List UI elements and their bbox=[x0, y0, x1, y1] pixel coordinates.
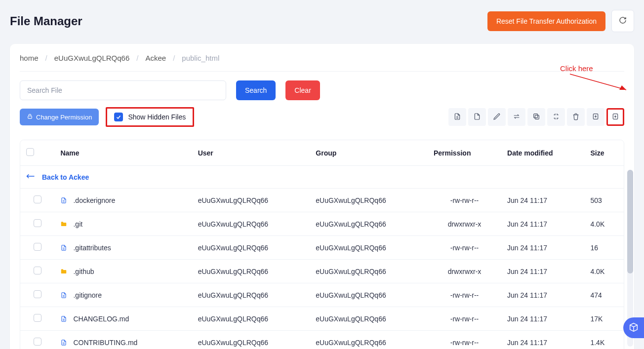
file-size: 16 bbox=[584, 236, 624, 260]
arrow-left-icon bbox=[26, 173, 35, 181]
select-all-checkbox[interactable] bbox=[26, 148, 34, 156]
support-badge[interactable] bbox=[623, 317, 644, 338]
table-row[interactable]: .dockerignore eUuGXwuLgQLRQq66 eUuGXwuLg… bbox=[20, 189, 624, 212]
column-size: Size bbox=[584, 140, 624, 166]
folder-icon bbox=[60, 268, 67, 275]
file-permission: drwxrwxr-x bbox=[428, 212, 501, 236]
file-user: eUuGXwuLgQLRQq66 bbox=[192, 331, 310, 349]
separator-icon: / bbox=[136, 54, 138, 62]
file-size: 474 bbox=[584, 283, 624, 307]
toolbar bbox=[448, 108, 624, 126]
file-icon bbox=[473, 113, 481, 122]
table-row[interactable]: .github eUuGXwuLgQLRQq66 eUuGXwuLgQLRQq6… bbox=[20, 260, 624, 283]
file-size: 503 bbox=[584, 189, 624, 212]
clear-button[interactable]: Clear bbox=[285, 80, 320, 100]
breadcrumb-item[interactable]: Ackee bbox=[145, 54, 166, 62]
file-icon bbox=[60, 196, 67, 204]
breadcrumb-item[interactable]: home bbox=[20, 54, 39, 62]
new-document-button[interactable] bbox=[468, 108, 486, 126]
download-button[interactable] bbox=[587, 108, 604, 126]
file-group: eUuGXwuLgQLRQq66 bbox=[310, 307, 428, 331]
breadcrumb: home / eUuGXwuLgQLRQq66 / Ackee / public… bbox=[20, 54, 624, 72]
compress-button[interactable] bbox=[547, 108, 565, 126]
column-date: Date modified bbox=[501, 140, 584, 166]
edit-button[interactable] bbox=[488, 108, 506, 126]
show-hidden-checkbox[interactable]: Show Hidden Files bbox=[106, 107, 194, 127]
new-file-button[interactable] bbox=[448, 108, 466, 126]
compress-icon bbox=[552, 113, 560, 122]
row-checkbox[interactable] bbox=[34, 267, 41, 274]
file-date: Jun 24 11:17 bbox=[501, 331, 584, 349]
table-row[interactable]: .gitattributes eUuGXwuLgQLRQq66 eUuGXwuL… bbox=[20, 236, 624, 260]
file-permission: -rw-rw-r-- bbox=[428, 283, 501, 307]
file-permission: -rw-rw-r-- bbox=[428, 331, 501, 349]
swap-icon bbox=[513, 113, 521, 122]
delete-button[interactable] bbox=[567, 108, 585, 126]
file-size: 4.0K bbox=[584, 260, 624, 283]
file-icon bbox=[60, 339, 67, 347]
file-text-icon bbox=[453, 113, 461, 122]
row-checkbox[interactable] bbox=[34, 195, 41, 203]
row-checkbox[interactable] bbox=[34, 338, 41, 346]
table-row[interactable]: .git eUuGXwuLgQLRQq66 eUuGXwuLgQLRQq66 d… bbox=[20, 212, 624, 236]
file-name: CONTRIBUTING.md bbox=[73, 339, 137, 347]
breadcrumb-item-current: public_html bbox=[182, 54, 219, 62]
file-user: eUuGXwuLgQLRQq66 bbox=[192, 189, 310, 212]
file-group: eUuGXwuLgQLRQq66 bbox=[310, 236, 428, 260]
row-checkbox[interactable] bbox=[34, 243, 41, 251]
file-user: eUuGXwuLgQLRQq66 bbox=[192, 212, 310, 236]
row-checkbox[interactable] bbox=[34, 314, 41, 322]
file-group: eUuGXwuLgQLRQq66 bbox=[310, 212, 428, 236]
file-icon bbox=[60, 291, 67, 299]
refresh-icon bbox=[619, 16, 627, 26]
download-icon bbox=[592, 113, 600, 122]
column-permission: Permission bbox=[428, 140, 501, 166]
column-user: User bbox=[192, 140, 310, 166]
checkbox-checked-icon bbox=[114, 113, 123, 121]
refresh-button[interactable] bbox=[611, 10, 634, 32]
svg-rect-2 bbox=[534, 114, 538, 117]
file-group: eUuGXwuLgQLRQq66 bbox=[310, 331, 428, 349]
file-user: eUuGXwuLgQLRQq66 bbox=[192, 236, 310, 260]
file-name: .dockerignore bbox=[73, 196, 115, 204]
file-size: 1.4K bbox=[584, 331, 624, 349]
file-name: .gitattributes bbox=[73, 244, 111, 252]
table-row[interactable]: CONTRIBUTING.md eUuGXwuLgQLRQq66 eUuGXwu… bbox=[20, 331, 624, 349]
back-row[interactable]: Back to Ackee bbox=[20, 166, 624, 189]
move-button[interactable] bbox=[508, 108, 525, 126]
file-group: eUuGXwuLgQLRQq66 bbox=[310, 260, 428, 283]
upload-icon bbox=[611, 113, 619, 122]
scrollbar-thumb[interactable] bbox=[627, 170, 633, 273]
breadcrumb-item[interactable]: eUuGXwuLgQLRQq66 bbox=[54, 54, 130, 62]
file-permission: drwxrwxr-x bbox=[428, 260, 501, 283]
file-name: .gitignore bbox=[73, 291, 102, 299]
search-input[interactable] bbox=[20, 80, 226, 100]
table-row[interactable]: .gitignore eUuGXwuLgQLRQq66 eUuGXwuLgQLR… bbox=[20, 283, 624, 307]
file-size: 17K bbox=[584, 307, 624, 331]
file-permission: -rw-rw-r-- bbox=[428, 307, 501, 331]
trash-icon bbox=[572, 113, 580, 122]
file-size: 4.0K bbox=[584, 212, 624, 236]
pencil-icon bbox=[493, 113, 501, 122]
search-button[interactable]: Search bbox=[236, 80, 276, 100]
file-table: Name User Group Permission Date modified… bbox=[20, 140, 624, 349]
file-name: .github bbox=[73, 268, 94, 275]
file-date: Jun 24 11:17 bbox=[501, 260, 584, 283]
table-row[interactable]: CHANGELOG.md eUuGXwuLgQLRQq66 eUuGXwuLgQ… bbox=[20, 307, 624, 331]
file-permission: -rw-rw-r-- bbox=[428, 236, 501, 260]
svg-rect-0 bbox=[28, 116, 32, 118]
separator-icon: / bbox=[173, 54, 175, 62]
file-user: eUuGXwuLgQLRQq66 bbox=[192, 283, 310, 307]
copy-icon bbox=[532, 113, 540, 122]
copy-button[interactable] bbox=[527, 108, 545, 126]
change-permission-button[interactable]: Change Permission bbox=[20, 109, 99, 125]
column-group: Group bbox=[310, 140, 428, 166]
row-checkbox[interactable] bbox=[34, 290, 41, 298]
reset-authorization-button[interactable]: Reset File Transfer Authorization bbox=[487, 11, 605, 31]
file-name: CHANGELOG.md bbox=[73, 315, 129, 323]
row-checkbox[interactable] bbox=[34, 219, 41, 227]
file-permission: -rw-rw-r-- bbox=[428, 189, 501, 212]
file-group: eUuGXwuLgQLRQq66 bbox=[310, 283, 428, 307]
upload-button[interactable] bbox=[606, 108, 624, 126]
file-date: Jun 24 11:17 bbox=[501, 189, 584, 212]
